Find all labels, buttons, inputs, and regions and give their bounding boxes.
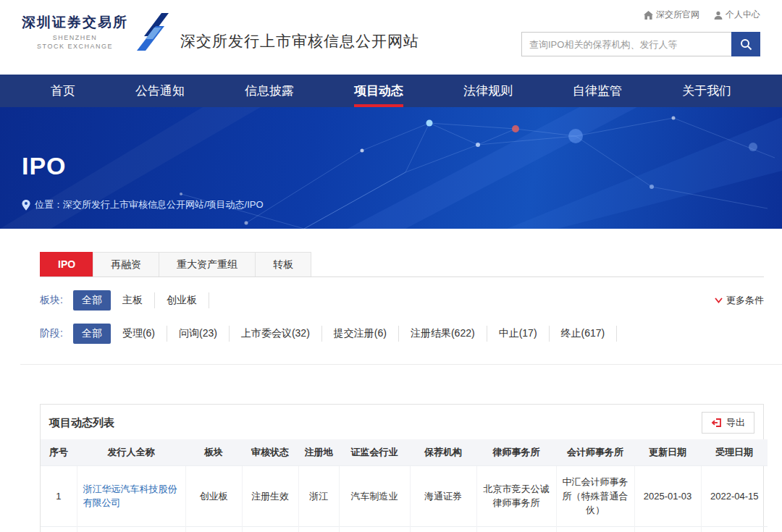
col-law-firm: 律师事务所 <box>476 439 556 466</box>
nav-project-updates[interactable]: 项目动态 <box>348 75 409 107</box>
nav-home[interactable]: 首页 <box>45 75 81 107</box>
issuer-link[interactable]: 浙江华远汽车科技股份有限公司 <box>83 484 177 509</box>
official-site-link[interactable]: 深交所官网 <box>644 9 699 21</box>
cell-region: 浙江 <box>298 466 339 527</box>
szse-logo-icon <box>137 12 169 52</box>
board-filter-row: 板块: 全部 主板 创业板 更多条件 <box>40 290 764 311</box>
cell-industry: 专用设备制造业 <box>339 526 410 532</box>
cell-accounting-firm: 天健会计师事务所（特殊普通合伙） <box>556 526 634 532</box>
search-bar <box>521 32 760 56</box>
board-option-chinext[interactable]: 创业板 <box>155 292 209 308</box>
stage-option-accepted[interactable]: 受理(6) <box>111 326 167 342</box>
stage-option-committee[interactable]: 上市委会议(32) <box>230 326 322 342</box>
table-row: 1 浙江华远汽车科技股份有限公司 创业板 注册生效 浙江 汽车制造业 海通证券 … <box>41 466 768 527</box>
cell-law-firm: 北京市康达律师事务所 <box>476 526 556 532</box>
table-header-row: 序号 发行人全称 板块 审核状态 注册地 证监会行业 保荐机构 律师事务所 会计… <box>41 439 768 466</box>
top-header: 深圳证券交易所 SHENZHEN STOCK EXCHANGE 深交所发行上市审… <box>0 0 782 75</box>
stage-option-terminated[interactable]: 终止(617) <box>550 326 618 342</box>
project-list-panel: 项目动态列表 导出 序号 发行人全称 板 <box>40 404 764 532</box>
board-filter-label: 板块: <box>40 294 63 307</box>
col-issuer: 发行人全称 <box>77 439 185 466</box>
section-divider <box>20 364 782 365</box>
cell-board: 创业板 <box>185 526 242 532</box>
stage-option-all[interactable]: 全部 <box>73 324 111 344</box>
cell-sponsor: 中信证券 <box>410 526 476 532</box>
stage-option-suspended[interactable]: 中止(17) <box>487 326 550 342</box>
cell-update-date: 2025-01-02 <box>634 526 701 532</box>
stage-option-registration-submitted[interactable]: 提交注册(6) <box>322 326 399 342</box>
cell-issuer: 宏工科技股份有限公司 <box>77 526 185 532</box>
col-update-date: 更新日期 <box>634 439 701 466</box>
location-pin-icon <box>22 200 30 211</box>
col-board: 板块 <box>185 439 242 466</box>
project-table: 序号 发行人全称 板块 审核状态 注册地 证监会行业 保荐机构 律师事务所 会计… <box>41 439 768 532</box>
cell-status: 注册生效 <box>242 526 298 532</box>
personal-center-link[interactable]: 个人中心 <box>714 9 760 21</box>
nav-self-regulation[interactable]: 自律监管 <box>567 75 628 107</box>
cell-industry: 汽车制造业 <box>339 466 410 527</box>
chevron-down-icon <box>715 297 723 303</box>
col-status: 审核状态 <box>242 439 298 466</box>
board-option-main[interactable]: 主板 <box>111 292 155 308</box>
logo-en: SHENZHEN STOCK EXCHANGE <box>22 33 128 51</box>
panel-header: 项目动态列表 导出 <box>41 405 763 439</box>
cell-status: 注册生效 <box>242 466 298 527</box>
home-icon <box>644 11 653 20</box>
site-title: 深交所发行上市审核信息公开网站 <box>180 31 419 51</box>
export-button[interactable]: 导出 <box>702 412 754 434</box>
top-links: 深交所官网 个人中心 <box>644 9 760 21</box>
tab-major-restructuring[interactable]: 重大资产重组 <box>159 252 256 276</box>
cell-seq: 2 <box>41 526 77 532</box>
tab-ipo[interactable]: IPO <box>40 252 93 276</box>
category-tabs: IPO 再融资 重大资产重组 转板 <box>40 252 764 277</box>
cell-accept-date: 2022-04-15 <box>701 466 768 527</box>
cell-issuer: 浙江华远汽车科技股份有限公司 <box>77 466 185 527</box>
search-input[interactable] <box>521 32 731 56</box>
col-accept-date: 受理日期 <box>701 439 768 466</box>
col-seq: 序号 <box>41 439 77 466</box>
main-content: IPO 再融资 重大资产重组 转板 板块: 全部 主板 创业板 更多条件 阶段:… <box>0 229 782 532</box>
tab-refinancing[interactable]: 再融资 <box>93 252 159 276</box>
nav-disclosure[interactable]: 信息披露 <box>239 75 300 107</box>
cell-sponsor: 海通证券 <box>410 466 476 527</box>
cell-accounting-firm: 中汇会计师事务所（特殊普通合伙） <box>556 466 634 527</box>
cell-update-date: 2025-01-03 <box>634 466 701 527</box>
tab-board-transfer[interactable]: 转板 <box>255 252 311 276</box>
col-region: 注册地 <box>298 439 339 466</box>
cell-seq: 1 <box>41 466 77 527</box>
export-icon <box>711 418 722 428</box>
nav-about[interactable]: 关于我们 <box>676 75 737 107</box>
cell-region: 广东 <box>298 526 339 532</box>
page-title: IPO <box>22 152 67 180</box>
search-button[interactable] <box>731 32 760 56</box>
cell-law-firm: 北京市竞天公诚律师事务所 <box>476 466 556 527</box>
stage-filter-label: 阶段: <box>40 327 63 340</box>
hero-banner: IPO 位置：深交所发行上市审核信息公开网站/项目动态/IPO <box>0 107 782 229</box>
logo: 深圳证券交易所 SHENZHEN STOCK EXCHANGE 深交所发行上市审… <box>22 12 419 52</box>
stage-option-registration-result[interactable]: 注册结果(622) <box>399 326 487 342</box>
cell-accept-date: 2022-06-22 <box>701 526 768 532</box>
nav-laws[interactable]: 法律规则 <box>458 75 518 107</box>
user-icon <box>714 11 723 20</box>
cell-board: 创业板 <box>185 466 242 527</box>
breadcrumb: 位置：深交所发行上市审核信息公开网站/项目动态/IPO <box>22 198 264 211</box>
main-nav: 首页 公告通知 信息披露 项目动态 法律规则 自律监管 关于我们 <box>0 75 782 107</box>
board-option-all[interactable]: 全部 <box>73 290 111 311</box>
stage-filter-row: 阶段: 全部 受理(6) 问询(23) 上市委会议(32) 提交注册(6) 注册… <box>40 324 764 344</box>
breadcrumb-text: 位置：深交所发行上市审核信息公开网站/项目动态/IPO <box>35 198 264 211</box>
table-row: 2 宏工科技股份有限公司 创业板 注册生效 广东 专用设备制造业 中信证券 北京… <box>41 526 768 532</box>
panel-title: 项目动态列表 <box>49 416 114 430</box>
col-sponsor: 保荐机构 <box>410 439 476 466</box>
col-accounting-firm: 会计师事务所 <box>556 439 634 466</box>
logo-text: 深圳证券交易所 SHENZHEN STOCK EXCHANGE <box>22 13 128 51</box>
logo-cn: 深圳证券交易所 <box>22 13 128 32</box>
search-icon <box>740 38 752 51</box>
stage-option-inquiry[interactable]: 问询(23) <box>167 326 230 342</box>
more-conditions[interactable]: 更多条件 <box>715 294 764 307</box>
nav-announcements[interactable]: 公告通知 <box>130 75 190 107</box>
col-industry: 证监会行业 <box>339 439 410 466</box>
